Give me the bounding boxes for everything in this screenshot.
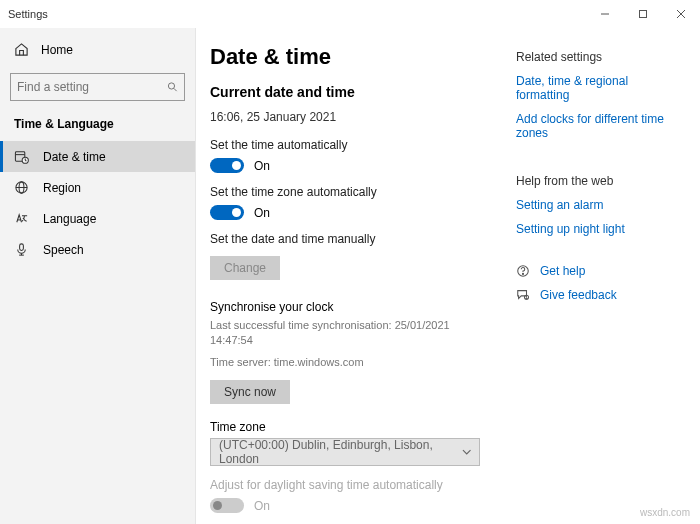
dst-label: Adjust for daylight saving time automati… — [210, 478, 492, 492]
auto-time-label: Set the time automatically — [210, 138, 492, 152]
search-box[interactable] — [10, 73, 185, 101]
link-get-help[interactable]: Get help — [540, 264, 585, 278]
help-icon — [516, 264, 530, 278]
link-night-light[interactable]: Setting up night light — [516, 222, 682, 236]
sync-server: Time server: time.windows.com — [210, 355, 492, 370]
timezone-combo[interactable]: (UTC+00:00) Dublin, Edinburgh, Lisbon, L… — [210, 438, 480, 466]
group-header: Time & Language — [0, 113, 195, 141]
auto-time-state: On — [254, 159, 270, 173]
close-button[interactable] — [662, 0, 700, 28]
titlebar: Settings — [0, 0, 700, 28]
language-icon — [14, 211, 29, 226]
search-icon — [167, 80, 178, 94]
search-input[interactable] — [17, 80, 167, 94]
timezone-value: (UTC+00:00) Dublin, Edinburgh, Lisbon, L… — [219, 438, 462, 466]
nav-label: Language — [43, 212, 96, 226]
dst-state: On — [254, 499, 270, 513]
auto-time-toggle[interactable] — [210, 158, 244, 173]
nav-label: Region — [43, 181, 81, 195]
sidebar: Home Time & Language Date & time Region … — [0, 28, 196, 524]
auto-tz-state: On — [254, 206, 270, 220]
tz-head: Time zone — [210, 420, 492, 434]
right-column: Related settings Date, time & regional f… — [506, 44, 700, 524]
nav-speech[interactable]: Speech — [0, 234, 195, 265]
sync-head: Synchronise your clock — [210, 300, 492, 314]
dst-toggle — [210, 498, 244, 513]
globe-icon — [14, 180, 29, 195]
auto-tz-toggle[interactable] — [210, 205, 244, 220]
svg-line-5 — [174, 88, 177, 91]
home-nav[interactable]: Home — [0, 36, 195, 63]
window-title: Settings — [8, 8, 48, 20]
svg-rect-15 — [20, 244, 24, 251]
home-label: Home — [41, 43, 73, 57]
sync-now-button[interactable]: Sync now — [210, 380, 290, 404]
nav-label: Speech — [43, 243, 84, 257]
manual-label: Set the date and time manually — [210, 232, 492, 246]
section-current: Current date and time — [210, 84, 492, 100]
link-add-clocks[interactable]: Add clocks for different time zones — [516, 112, 682, 140]
nav-label: Date & time — [43, 150, 106, 164]
microphone-icon — [14, 242, 29, 257]
svg-point-19 — [522, 273, 523, 274]
link-regional-formatting[interactable]: Date, time & regional formatting — [516, 74, 682, 102]
content-area: Date & time Current date and time 16:06,… — [196, 44, 506, 524]
link-feedback[interactable]: Give feedback — [540, 288, 617, 302]
svg-rect-1 — [640, 11, 647, 18]
related-head: Related settings — [516, 50, 682, 64]
link-setting-alarm[interactable]: Setting an alarm — [516, 198, 682, 212]
home-icon — [14, 42, 29, 57]
page-title: Date & time — [210, 44, 492, 70]
current-datetime: 16:06, 25 January 2021 — [210, 110, 492, 124]
svg-line-10 — [25, 160, 26, 161]
watermark: wsxdn.com — [640, 507, 690, 518]
help-head: Help from the web — [516, 174, 682, 188]
nav-region[interactable]: Region — [0, 172, 195, 203]
nav-date-time[interactable]: Date & time — [0, 141, 195, 172]
calendar-clock-icon — [14, 149, 29, 164]
feedback-icon — [516, 288, 530, 302]
svg-point-4 — [168, 83, 174, 89]
sync-last: Last successful time synchronisation: 25… — [210, 318, 492, 349]
minimize-button[interactable] — [586, 0, 624, 28]
maximize-button[interactable] — [624, 0, 662, 28]
change-button[interactable]: Change — [210, 256, 280, 280]
window-controls — [586, 0, 700, 28]
chevron-down-icon — [462, 447, 471, 457]
auto-tz-label: Set the time zone automatically — [210, 185, 492, 199]
nav-language[interactable]: Language — [0, 203, 195, 234]
svg-point-22 — [526, 298, 527, 299]
